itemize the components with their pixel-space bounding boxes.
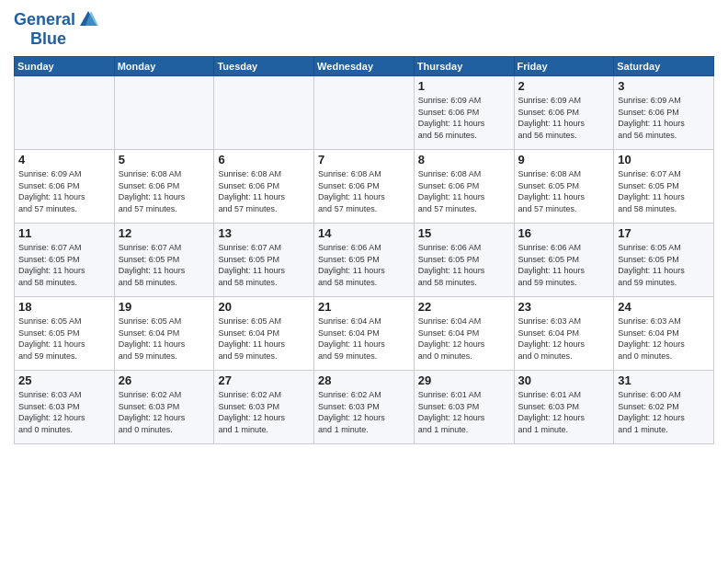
day-number: 23 [518, 300, 610, 314]
calendar-cell: 8Sunrise: 6:08 AM Sunset: 6:06 PM Daylig… [414, 150, 514, 224]
day-number: 7 [318, 153, 410, 167]
day-number: 22 [418, 300, 510, 314]
weekday-header-sunday: Sunday [15, 57, 115, 76]
calendar-week-row: 25Sunrise: 6:03 AM Sunset: 6:03 PM Dayli… [15, 371, 714, 444]
calendar-cell: 5Sunrise: 6:08 AM Sunset: 6:06 PM Daylig… [114, 150, 214, 224]
day-number: 18 [18, 300, 110, 314]
calendar-cell: 6Sunrise: 6:08 AM Sunset: 6:06 PM Daylig… [214, 150, 314, 224]
day-info: Sunrise: 6:07 AM Sunset: 6:05 PM Dayligh… [18, 242, 110, 288]
day-number: 1 [418, 79, 510, 93]
calendar-cell: 24Sunrise: 6:03 AM Sunset: 6:04 PM Dayli… [614, 297, 714, 371]
day-number: 2 [518, 79, 610, 93]
day-info: Sunrise: 6:00 AM Sunset: 6:02 PM Dayligh… [618, 389, 710, 435]
day-number: 11 [18, 226, 110, 240]
day-info: Sunrise: 6:03 AM Sunset: 6:03 PM Dayligh… [18, 389, 110, 435]
calendar-cell: 11Sunrise: 6:07 AM Sunset: 6:05 PM Dayli… [15, 224, 115, 297]
calendar-week-row: 4Sunrise: 6:09 AM Sunset: 6:06 PM Daylig… [15, 150, 714, 224]
calendar-container: General Blue SundayMondayTuesdayWednesda… [0, 0, 728, 449]
day-number: 13 [218, 226, 310, 240]
day-number: 10 [618, 153, 710, 167]
weekday-header-wednesday: Wednesday [314, 57, 415, 76]
logo-blue-text: Blue [30, 29, 66, 49]
day-info: Sunrise: 6:05 AM Sunset: 6:05 PM Dayligh… [618, 242, 710, 288]
calendar-cell: 2Sunrise: 6:09 AM Sunset: 6:06 PM Daylig… [514, 76, 614, 150]
calendar-cell [15, 76, 115, 150]
calendar-cell: 17Sunrise: 6:05 AM Sunset: 6:05 PM Dayli… [614, 224, 714, 297]
calendar-cell: 27Sunrise: 6:02 AM Sunset: 6:03 PM Dayli… [214, 371, 314, 444]
day-number: 31 [618, 373, 710, 387]
calendar-cell: 4Sunrise: 6:09 AM Sunset: 6:06 PM Daylig… [15, 150, 115, 224]
calendar-cell: 12Sunrise: 6:07 AM Sunset: 6:05 PM Dayli… [114, 224, 214, 297]
day-info: Sunrise: 6:08 AM Sunset: 6:06 PM Dayligh… [418, 168, 510, 214]
calendar-cell: 19Sunrise: 6:05 AM Sunset: 6:04 PM Dayli… [114, 297, 214, 371]
calendar-cell: 13Sunrise: 6:07 AM Sunset: 6:05 PM Dayli… [214, 224, 314, 297]
weekday-header-thursday: Thursday [414, 57, 514, 76]
day-info: Sunrise: 6:06 AM Sunset: 6:05 PM Dayligh… [418, 242, 510, 288]
logo-icon [78, 9, 98, 29]
weekday-header-row: SundayMondayTuesdayWednesdayThursdayFrid… [15, 57, 714, 76]
day-info: Sunrise: 6:06 AM Sunset: 6:05 PM Dayligh… [318, 242, 410, 288]
calendar-cell: 16Sunrise: 6:06 AM Sunset: 6:05 PM Dayli… [514, 224, 614, 297]
logo: General Blue [14, 9, 98, 49]
day-info: Sunrise: 6:08 AM Sunset: 6:06 PM Dayligh… [318, 168, 410, 214]
day-info: Sunrise: 6:08 AM Sunset: 6:06 PM Dayligh… [119, 168, 210, 214]
day-number: 15 [418, 226, 510, 240]
day-number: 8 [418, 153, 510, 167]
calendar-cell [214, 76, 314, 150]
day-number: 16 [518, 226, 610, 240]
day-number: 20 [218, 300, 310, 314]
day-number: 28 [318, 373, 410, 387]
day-number: 5 [119, 153, 210, 167]
weekday-header-saturday: Saturday [614, 57, 714, 76]
day-info: Sunrise: 6:03 AM Sunset: 6:04 PM Dayligh… [518, 316, 610, 362]
day-number: 24 [618, 300, 710, 314]
logo-general-text: General [14, 10, 75, 29]
day-info: Sunrise: 6:04 AM Sunset: 6:04 PM Dayligh… [418, 316, 510, 362]
day-number: 3 [618, 79, 710, 93]
day-number: 30 [518, 373, 610, 387]
calendar-cell: 22Sunrise: 6:04 AM Sunset: 6:04 PM Dayli… [414, 297, 514, 371]
day-info: Sunrise: 6:02 AM Sunset: 6:03 PM Dayligh… [119, 389, 210, 435]
calendar-cell: 14Sunrise: 6:06 AM Sunset: 6:05 PM Dayli… [314, 224, 415, 297]
calendar-cell: 20Sunrise: 6:05 AM Sunset: 6:04 PM Dayli… [214, 297, 314, 371]
calendar-cell: 15Sunrise: 6:06 AM Sunset: 6:05 PM Dayli… [414, 224, 514, 297]
header: General Blue [14, 9, 714, 49]
logo-general-word: General [14, 10, 75, 29]
day-info: Sunrise: 6:09 AM Sunset: 6:06 PM Dayligh… [418, 95, 510, 141]
day-number: 27 [218, 373, 310, 387]
day-number: 12 [119, 226, 210, 240]
calendar-week-row: 18Sunrise: 6:05 AM Sunset: 6:05 PM Dayli… [15, 297, 714, 371]
day-info: Sunrise: 6:02 AM Sunset: 6:03 PM Dayligh… [318, 389, 410, 435]
day-info: Sunrise: 6:05 AM Sunset: 6:04 PM Dayligh… [218, 316, 310, 362]
calendar-cell: 18Sunrise: 6:05 AM Sunset: 6:05 PM Dayli… [15, 297, 115, 371]
day-info: Sunrise: 6:07 AM Sunset: 6:05 PM Dayligh… [218, 242, 310, 288]
weekday-header-friday: Friday [514, 57, 614, 76]
day-number: 21 [318, 300, 410, 314]
calendar-cell: 29Sunrise: 6:01 AM Sunset: 6:03 PM Dayli… [414, 371, 514, 444]
day-number: 25 [18, 373, 110, 387]
day-info: Sunrise: 6:07 AM Sunset: 6:05 PM Dayligh… [618, 168, 710, 214]
day-number: 14 [318, 226, 410, 240]
day-info: Sunrise: 6:05 AM Sunset: 6:04 PM Dayligh… [119, 316, 210, 362]
calendar-cell: 28Sunrise: 6:02 AM Sunset: 6:03 PM Dayli… [314, 371, 415, 444]
day-number: 29 [418, 373, 510, 387]
day-info: Sunrise: 6:01 AM Sunset: 6:03 PM Dayligh… [418, 389, 510, 435]
day-number: 9 [518, 153, 610, 167]
day-info: Sunrise: 6:03 AM Sunset: 6:04 PM Dayligh… [618, 316, 710, 362]
day-info: Sunrise: 6:02 AM Sunset: 6:03 PM Dayligh… [218, 389, 310, 435]
calendar-cell: 26Sunrise: 6:02 AM Sunset: 6:03 PM Dayli… [114, 371, 214, 444]
calendar-week-row: 11Sunrise: 6:07 AM Sunset: 6:05 PM Dayli… [15, 224, 714, 297]
day-info: Sunrise: 6:09 AM Sunset: 6:06 PM Dayligh… [618, 95, 710, 141]
day-info: Sunrise: 6:04 AM Sunset: 6:04 PM Dayligh… [318, 316, 410, 362]
day-number: 17 [618, 226, 710, 240]
day-info: Sunrise: 6:09 AM Sunset: 6:06 PM Dayligh… [518, 95, 610, 141]
calendar-cell: 23Sunrise: 6:03 AM Sunset: 6:04 PM Dayli… [514, 297, 614, 371]
calendar-table: SundayMondayTuesdayWednesdayThursdayFrid… [14, 56, 714, 444]
calendar-cell: 7Sunrise: 6:08 AM Sunset: 6:06 PM Daylig… [314, 150, 415, 224]
day-number: 19 [119, 300, 210, 314]
calendar-week-row: 1Sunrise: 6:09 AM Sunset: 6:06 PM Daylig… [15, 76, 714, 150]
calendar-cell [114, 76, 214, 150]
day-info: Sunrise: 6:07 AM Sunset: 6:05 PM Dayligh… [119, 242, 210, 288]
calendar-cell [314, 76, 415, 150]
calendar-cell: 31Sunrise: 6:00 AM Sunset: 6:02 PM Dayli… [614, 371, 714, 444]
